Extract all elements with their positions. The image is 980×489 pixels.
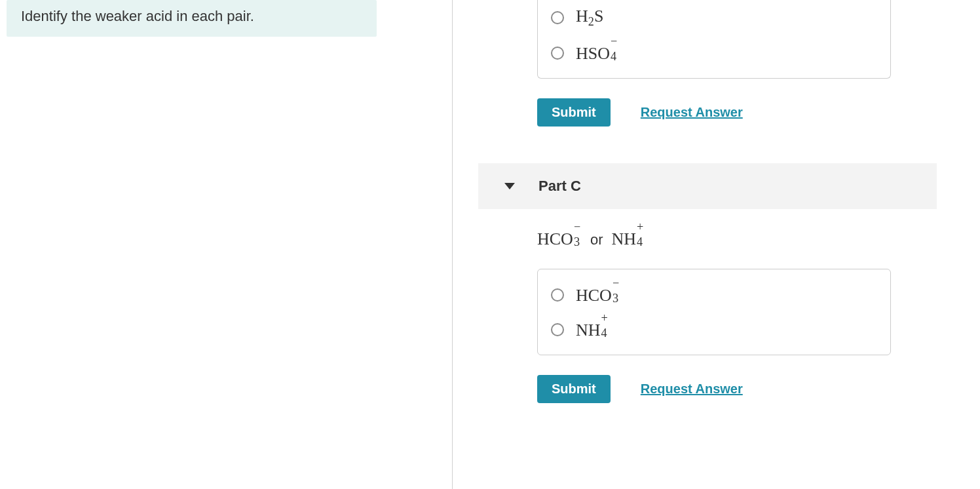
prompt-or: or <box>590 231 603 248</box>
request-answer-link[interactable]: Request Answer <box>641 381 743 397</box>
partc-title: Part C <box>538 178 581 195</box>
partb-option-2[interactable]: HSO−4 <box>548 35 880 70</box>
radio-hco3[interactable] <box>551 288 564 302</box>
partc-options-box: HCO−3 NH+4 <box>537 269 891 355</box>
vertical-divider <box>452 0 453 489</box>
question-panel: Identify the weaker acid in each pair. <box>7 0 377 37</box>
option-label-hco3: HCO−3 <box>576 284 620 305</box>
partc-header[interactable]: Part C <box>478 163 937 209</box>
partb-option-1[interactable]: H2S <box>548 0 880 35</box>
partb-options-box: H2S HSO−4 <box>537 0 891 79</box>
prompt-nh4: NH+4 <box>611 229 645 248</box>
request-answer-link[interactable]: Request Answer <box>641 105 743 120</box>
submit-button[interactable]: Submit <box>537 98 611 127</box>
radio-hso4[interactable] <box>551 47 564 60</box>
partb-submit-row: Submit Request Answer <box>537 98 937 127</box>
radio-nh4[interactable] <box>551 323 564 336</box>
submit-button[interactable]: Submit <box>537 375 611 403</box>
partc-option-1[interactable]: HCO−3 <box>548 277 880 312</box>
chevron-down-icon <box>504 183 515 189</box>
answer-panel: H2S HSO−4 Submit Request Answer Part C H… <box>478 0 937 403</box>
question-text: Identify the weaker acid in each pair. <box>21 8 365 25</box>
option-label-hso4: HSO−4 <box>576 42 618 64</box>
radio-h2s[interactable] <box>551 11 564 24</box>
option-label-h2s: H2S <box>576 7 603 29</box>
partc-prompt: HCO−3 or NH+4 <box>537 227 937 249</box>
prompt-hco3: HCO−3 <box>537 229 582 248</box>
partc-submit-row: Submit Request Answer <box>537 375 937 403</box>
option-label-nh4: NH+4 <box>576 319 609 340</box>
partc-option-2[interactable]: NH+4 <box>548 312 880 347</box>
